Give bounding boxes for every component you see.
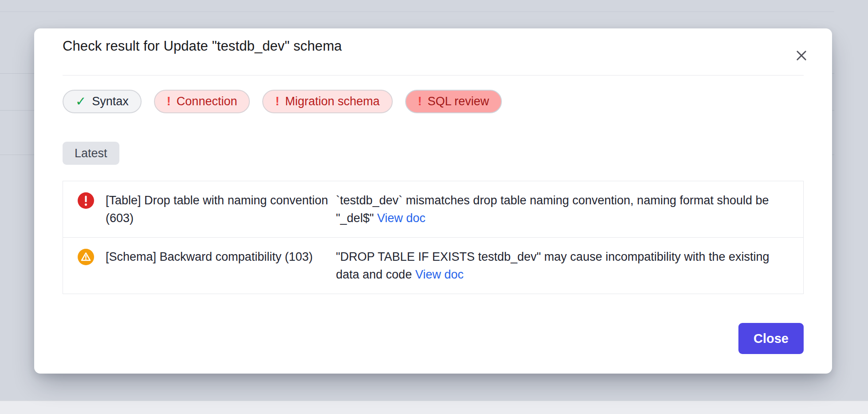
error-icon xyxy=(78,192,94,209)
background-table-line xyxy=(0,12,834,12)
dialog-footer: Close xyxy=(63,323,804,354)
warning-icon xyxy=(78,249,94,265)
message-text: "DROP TABLE IF EXISTS testdb_dev" may ca… xyxy=(336,250,769,281)
close-button[interactable]: Close xyxy=(738,323,804,354)
exclamation-icon: ! xyxy=(275,96,279,107)
rule-title: [Schema] Backward compatibility (103) xyxy=(106,248,330,266)
check-result-table: [Table] Drop table with naming conventio… xyxy=(63,181,804,294)
tab-latest[interactable]: Latest xyxy=(63,142,119,165)
dialog-header: Check result for Update "testdb_dev" sch… xyxy=(63,37,804,55)
status-badge-syntax[interactable]: ✓ Syntax xyxy=(63,90,142,113)
badge-label: SQL review xyxy=(428,96,489,107)
status-badge-connection[interactable]: ! Connection xyxy=(154,90,250,113)
exclamation-icon: ! xyxy=(167,96,171,107)
dialog-title: Check result for Update "testdb_dev" sch… xyxy=(63,37,804,55)
badge-label: Migration schema xyxy=(285,96,379,107)
rule-title: [Table] Drop table with naming conventio… xyxy=(106,191,330,227)
table-row: [Schema] Backward compatibility (103) "D… xyxy=(63,237,803,294)
check-icon: ✓ xyxy=(75,95,86,108)
table-row: [Table] Drop table with naming conventio… xyxy=(63,181,803,237)
badge-label: Syntax xyxy=(92,96,129,107)
status-badge-sql-review[interactable]: ! SQL review xyxy=(405,90,502,113)
version-tabs: Latest xyxy=(63,142,804,165)
rule-message: `testdb_dev` mismatches drop table namin… xyxy=(336,191,791,227)
status-badges: ✓ Syntax ! Connection ! Migration schema… xyxy=(63,90,804,113)
close-icon[interactable] xyxy=(791,45,812,66)
view-doc-link[interactable]: View doc xyxy=(415,268,464,281)
check-result-dialog: Check result for Update "testdb_dev" sch… xyxy=(34,28,832,374)
status-badge-migration-schema[interactable]: ! Migration schema xyxy=(262,90,392,113)
exclamation-icon: ! xyxy=(418,96,422,107)
rule-message: "DROP TABLE IF EXISTS testdb_dev" may ca… xyxy=(336,248,791,283)
badge-label: Connection xyxy=(177,96,237,107)
background-footer-band xyxy=(0,401,868,414)
view-doc-link[interactable]: View doc xyxy=(377,211,426,225)
header-divider xyxy=(63,75,804,76)
